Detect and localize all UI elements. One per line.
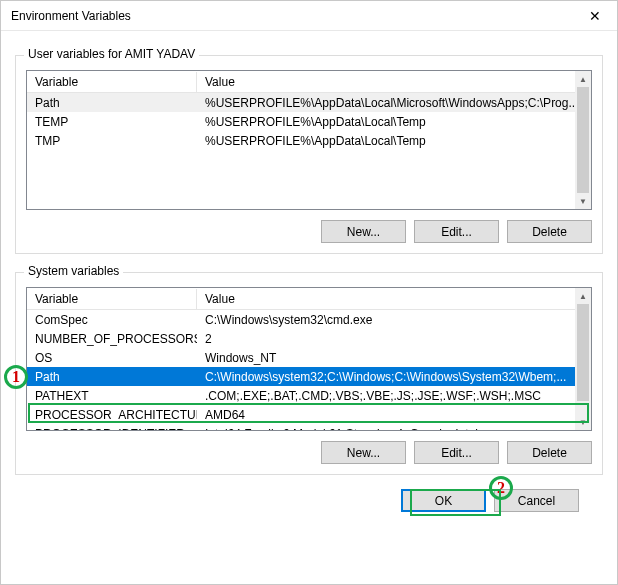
cell-variable: OS: [27, 350, 197, 366]
table-row[interactable]: PathC:\Windows\system32;C:\Windows;C:\Wi…: [27, 367, 575, 386]
table-row[interactable]: PATHEXT.COM;.EXE;.BAT;.CMD;.VBS;.VBE;.JS…: [27, 386, 575, 405]
table-row[interactable]: Path%USERPROFILE%\AppData\Local\Microsof…: [27, 93, 575, 112]
user-list-body: Path%USERPROFILE%\AppData\Local\Microsof…: [27, 93, 575, 209]
table-row[interactable]: TMP%USERPROFILE%\AppData\Local\Temp: [27, 131, 575, 150]
table-row[interactable]: PROCESSOR_ARCHITECTUREAMD64: [27, 405, 575, 424]
cell-value: C:\Windows\system32\cmd.exe: [197, 312, 575, 328]
scroll-track[interactable]: [575, 304, 591, 414]
table-row[interactable]: TEMP%USERPROFILE%\AppData\Local\Temp: [27, 112, 575, 131]
cell-value: %USERPROFILE%\AppData\Local\Microsoft\Wi…: [197, 95, 575, 111]
dialog-footer: OK Cancel: [15, 475, 603, 512]
cell-variable: ComSpec: [27, 312, 197, 328]
ok-button[interactable]: OK: [401, 489, 486, 512]
system-variables-legend: System variables: [24, 264, 123, 278]
table-row[interactable]: ComSpecC:\Windows\system32\cmd.exe: [27, 310, 575, 329]
cell-variable: TMP: [27, 133, 197, 149]
user-button-row: New... Edit... Delete: [26, 220, 592, 243]
table-row[interactable]: PROCESSOR_IDENTIFIERIntel64 Family 6 Mod…: [27, 424, 575, 430]
close-icon[interactable]: ✕: [572, 1, 617, 31]
cell-value: Intel64 Family 6 Model 61 Stepping 4, Ge…: [197, 426, 575, 431]
system-list-body: ComSpecC:\Windows\system32\cmd.exeNUMBER…: [27, 310, 575, 430]
scroll-thumb[interactable]: [577, 87, 589, 193]
user-variables-list[interactable]: Variable Value Path%USERPROFILE%\AppData…: [26, 70, 592, 210]
system-scrollbar[interactable]: ▲ ▼: [575, 288, 591, 430]
user-header-variable[interactable]: Variable: [27, 72, 197, 92]
user-new-button[interactable]: New...: [321, 220, 406, 243]
cell-value: .COM;.EXE;.BAT;.CMD;.VBS;.VBE;.JS;.JSE;.…: [197, 388, 575, 404]
system-delete-button[interactable]: Delete: [507, 441, 592, 464]
system-new-button[interactable]: New...: [321, 441, 406, 464]
cell-variable: PATHEXT: [27, 388, 197, 404]
scroll-down-icon[interactable]: ▼: [575, 414, 591, 430]
cell-variable: Path: [27, 369, 197, 385]
user-scrollbar[interactable]: ▲ ▼: [575, 71, 591, 209]
cell-value: %USERPROFILE%\AppData\Local\Temp: [197, 114, 575, 130]
cell-variable: PROCESSOR_ARCHITECTURE: [27, 407, 197, 423]
cell-variable: NUMBER_OF_PROCESSORS: [27, 331, 197, 347]
user-variables-legend: User variables for AMIT YADAV: [24, 47, 199, 61]
user-edit-button[interactable]: Edit...: [414, 220, 499, 243]
cell-value: AMD64: [197, 407, 575, 423]
cell-value: Windows_NT: [197, 350, 575, 366]
user-delete-button[interactable]: Delete: [507, 220, 592, 243]
scroll-thumb[interactable]: [577, 304, 589, 401]
cell-variable: TEMP: [27, 114, 197, 130]
system-variables-group: System variables Variable Value ComSpecC…: [15, 272, 603, 475]
system-variables-list[interactable]: Variable Value ComSpecC:\Windows\system3…: [26, 287, 592, 431]
table-row[interactable]: NUMBER_OF_PROCESSORS2: [27, 329, 575, 348]
table-row[interactable]: OSWindows_NT: [27, 348, 575, 367]
cancel-button[interactable]: Cancel: [494, 489, 579, 512]
titlebar: Environment Variables ✕: [1, 1, 617, 31]
window-title: Environment Variables: [11, 9, 131, 23]
user-header-value[interactable]: Value: [197, 72, 591, 92]
system-header-value[interactable]: Value: [197, 289, 591, 309]
cell-value: C:\Windows\system32;C:\Windows;C:\Window…: [197, 369, 575, 385]
system-header-variable[interactable]: Variable: [27, 289, 197, 309]
scroll-down-icon[interactable]: ▼: [575, 193, 591, 209]
system-list-header: Variable Value: [27, 288, 591, 310]
user-variables-group: User variables for AMIT YADAV Variable V…: [15, 55, 603, 254]
scroll-up-icon[interactable]: ▲: [575, 288, 591, 304]
cell-variable: Path: [27, 95, 197, 111]
cell-value: %USERPROFILE%\AppData\Local\Temp: [197, 133, 575, 149]
scroll-up-icon[interactable]: ▲: [575, 71, 591, 87]
cell-variable: PROCESSOR_IDENTIFIER: [27, 426, 197, 431]
system-edit-button[interactable]: Edit...: [414, 441, 499, 464]
cell-value: 2: [197, 331, 575, 347]
dialog-content: User variables for AMIT YADAV Variable V…: [1, 31, 617, 526]
scroll-track[interactable]: [575, 87, 591, 193]
user-list-header: Variable Value: [27, 71, 591, 93]
system-button-row: New... Edit... Delete: [26, 441, 592, 464]
